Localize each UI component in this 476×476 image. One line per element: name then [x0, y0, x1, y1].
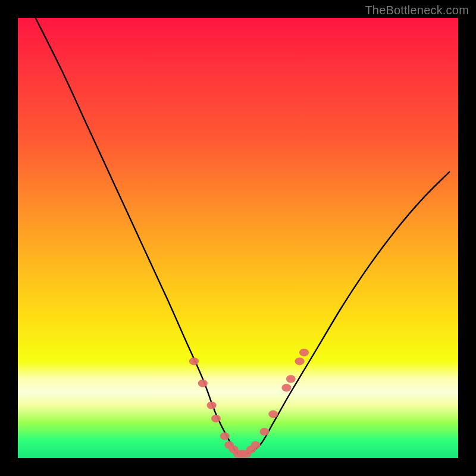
curve-marker: [220, 433, 230, 440]
curve-marker: [281, 384, 291, 392]
curve-marker: [207, 402, 217, 409]
plot-area: [18, 18, 458, 458]
curve-marker: [299, 349, 309, 356]
chart-svg: [18, 18, 458, 458]
curve-marker: [189, 358, 199, 365]
curve-marker: [211, 415, 221, 422]
curve-marker: [198, 380, 208, 387]
bottleneck-curve: [36, 18, 450, 455]
watermark-text: TheBottleneck.com: [365, 4, 469, 17]
chart-frame: TheBottleneck.com: [0, 0, 476, 476]
curve-marker: [286, 375, 296, 383]
curve-marker: [295, 358, 305, 365]
curve-marker: [251, 441, 261, 449]
curve-marker: [259, 428, 269, 436]
curve-marker: [268, 411, 278, 418]
marker-layer: [189, 349, 309, 458]
